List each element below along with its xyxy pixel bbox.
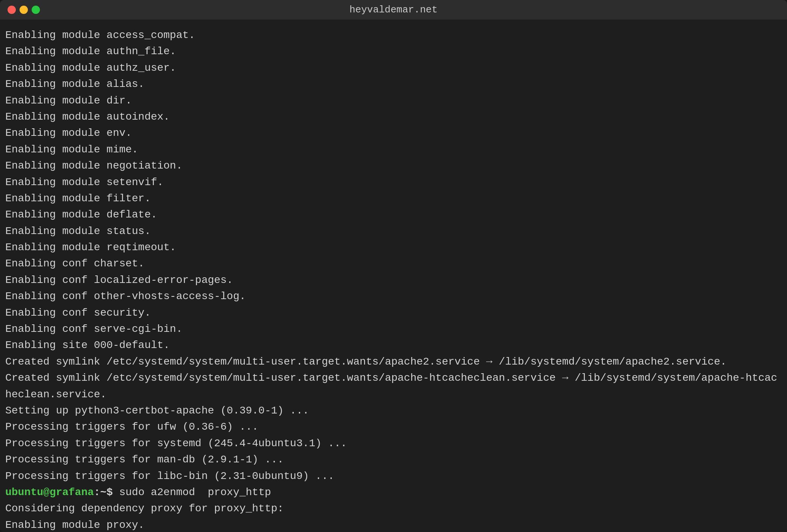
minimize-button[interactable] — [20, 6, 28, 14]
window-title: heyvaldemar.net — [349, 4, 438, 15]
terminal-line: Enabling module filter. — [5, 190, 782, 207]
terminal-body[interactable]: Enabling module access_compat.Enabling m… — [0, 20, 787, 532]
terminal-line: Enabling module access_compat. — [5, 27, 782, 43]
terminal-window: heyvaldemar.net Enabling module access_c… — [0, 0, 787, 532]
terminal-line: Enabling module authn_file. — [5, 43, 782, 59]
terminal-line-symlink: Created symlink /etc/systemd/system/mult… — [5, 370, 782, 403]
terminal-line: Enabling module autoindex. — [5, 109, 782, 125]
terminal-line: Enabling module mime. — [5, 141, 782, 158]
terminal-line: Processing triggers for libc-bin (2.31-0… — [5, 468, 782, 484]
terminal-line: Enabling module proxy. — [5, 517, 782, 532]
terminal-line: Enabling conf serve-cgi-bin. — [5, 321, 782, 337]
terminal-line: Enabling module status. — [5, 223, 782, 239]
prompt-path: :~$ — [94, 486, 113, 498]
terminal-line: Processing triggers for man-db (2.9.1-1)… — [5, 451, 782, 468]
terminal-line: Enabling module alias. — [5, 76, 782, 92]
terminal-line: Enabling conf other-vhosts-access-log. — [5, 288, 782, 304]
terminal-line: Processing triggers for systemd (245.4-4… — [5, 435, 782, 451]
prompt-user: ubuntu@grafana — [5, 486, 94, 498]
terminal-line: Enabling module env. — [5, 125, 782, 141]
terminal-line: Enabling site 000-default. — [5, 337, 782, 353]
terminal-line: Enabling module deflate. — [5, 207, 782, 223]
terminal-prompt-line: ubuntu@grafana:~$ sudo a2enmod proxy_htt… — [5, 484, 782, 500]
terminal-line: Enabling module authz_user. — [5, 60, 782, 76]
title-bar: heyvaldemar.net — [0, 0, 787, 20]
terminal-line: Setting up python3-certbot-apache (0.39.… — [5, 403, 782, 419]
terminal-line: Enabling conf security. — [5, 305, 782, 321]
terminal-line: Enabling conf charset. — [5, 255, 782, 272]
maximize-button[interactable] — [32, 6, 40, 14]
terminal-line: Enabling module setenvif. — [5, 174, 782, 190]
terminal-line: Enabling module reqtimeout. — [5, 239, 782, 255]
terminal-line-symlink: Created symlink /etc/systemd/system/mult… — [5, 354, 782, 370]
terminal-line: Enabling module negotiation. — [5, 158, 782, 174]
terminal-line: Processing triggers for ufw (0.36-6) ... — [5, 419, 782, 435]
terminal-line: Considering dependency proxy for proxy_h… — [5, 500, 782, 517]
terminal-line: Enabling conf localized-error-pages. — [5, 272, 782, 288]
close-button[interactable] — [8, 6, 16, 14]
terminal-line: Enabling module dir. — [5, 93, 782, 109]
prompt-command: sudo a2enmod proxy_http — [113, 486, 271, 498]
window-controls — [8, 6, 40, 14]
